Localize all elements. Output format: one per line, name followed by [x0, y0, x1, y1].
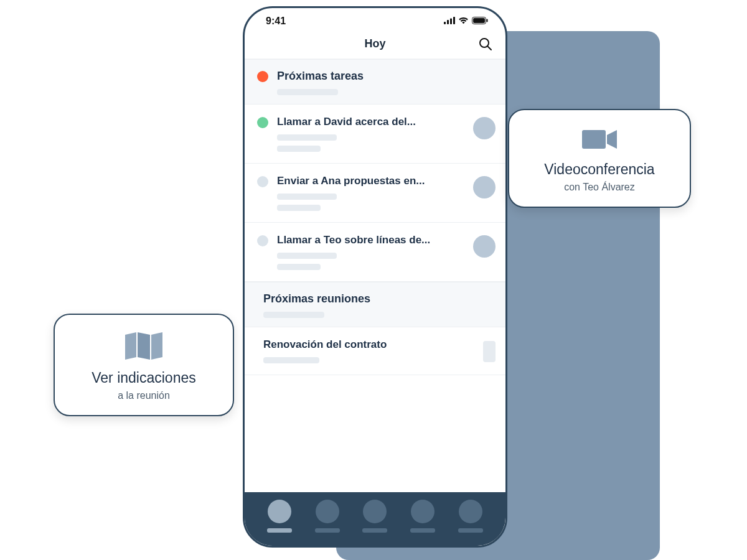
meeting-row[interactable]: Renovación del contrato — [245, 327, 505, 375]
tab-item-5[interactable] — [458, 500, 483, 533]
tab-label-placeholder — [315, 528, 340, 533]
status-bar: 9:41 — [245, 8, 505, 29]
status-time: 9:41 — [266, 16, 286, 27]
placeholder-line — [277, 205, 321, 211]
navbar-title: Hoy — [364, 37, 385, 50]
task-row[interactable]: Llamar a David acerca del... — [245, 105, 505, 164]
task-title: Enviar a Ana propuestas en... — [277, 175, 451, 187]
row-action-button[interactable] — [473, 117, 496, 139]
section-header-tasks: Próximas tareas — [245, 59, 505, 105]
callout-title: Ver indicaciones — [92, 370, 196, 386]
placeholder-line — [277, 194, 337, 200]
status-icons — [444, 16, 488, 27]
svg-rect-2 — [450, 19, 452, 25]
placeholder-line — [277, 134, 337, 141]
tab-item-2[interactable] — [315, 500, 340, 533]
section-title: Próximas reuniones — [263, 292, 370, 306]
search-icon — [479, 37, 492, 51]
svg-line-8 — [487, 46, 491, 50]
callout-subtitle: a la reunión — [118, 390, 170, 401]
status-dot-icon — [257, 176, 268, 187]
cellular-signal-icon — [444, 16, 455, 27]
wifi-icon — [458, 16, 469, 27]
svg-rect-5 — [473, 18, 485, 23]
tab-item-4[interactable] — [410, 500, 435, 533]
task-row[interactable]: Enviar a Ana propuestas en... — [245, 164, 505, 223]
svg-rect-9 — [582, 130, 606, 149]
svg-rect-6 — [487, 19, 488, 22]
dot-icon — [257, 71, 268, 82]
placeholder-line — [263, 357, 319, 363]
placeholder-block — [483, 341, 496, 362]
placeholder-line — [277, 89, 338, 95]
tab-item-3[interactable] — [362, 500, 387, 533]
search-button[interactable] — [478, 37, 493, 52]
video-camera-icon — [581, 126, 618, 152]
tab-bar — [245, 492, 505, 546]
content-scroll[interactable]: Próximas tareas Llamar a David acerca de… — [245, 59, 505, 492]
row-action-button[interactable] — [473, 176, 496, 198]
callout-video[interactable]: Videoconferencia con Teo Álvarez — [508, 109, 691, 208]
tab-icon — [411, 500, 435, 523]
status-dot-icon — [257, 235, 268, 246]
battery-icon — [472, 16, 488, 27]
map-icon — [124, 331, 164, 361]
phone-frame: 9:41 Hoy Próximas tareas — [243, 6, 507, 548]
section-title: Próximas tareas — [277, 70, 364, 83]
callout-subtitle: con Teo Álvarez — [564, 182, 635, 193]
task-title: Llamar a Teo sobre líneas de... — [277, 234, 451, 246]
placeholder-line — [263, 312, 324, 318]
tab-label-placeholder — [362, 528, 387, 533]
task-title: Llamar a David acerca del... — [277, 116, 451, 128]
svg-rect-3 — [453, 17, 455, 24]
svg-rect-0 — [444, 22, 446, 24]
tab-item-1[interactable] — [267, 500, 292, 533]
section-header-meetings: Próximas reuniones — [245, 282, 505, 327]
tab-icon — [316, 500, 339, 523]
navbar: Hoy — [245, 29, 505, 59]
tab-label-placeholder — [267, 528, 292, 533]
svg-rect-1 — [447, 20, 449, 24]
meeting-title: Renovación del contrato — [263, 338, 438, 351]
tab-icon — [459, 500, 482, 523]
callout-directions[interactable]: Ver indicaciones a la reunión — [54, 314, 234, 416]
tab-label-placeholder — [410, 528, 435, 533]
placeholder-line — [277, 146, 321, 152]
placeholder-line — [277, 264, 321, 270]
task-row[interactable]: Llamar a Teo sobre líneas de... — [245, 223, 505, 282]
status-dot-icon — [257, 117, 268, 128]
tab-label-placeholder — [458, 528, 483, 533]
tab-icon — [363, 500, 387, 523]
placeholder-line — [277, 253, 337, 259]
tab-icon — [268, 500, 291, 523]
callout-title: Videoconferencia — [544, 161, 654, 178]
row-action-button[interactable] — [473, 235, 496, 258]
